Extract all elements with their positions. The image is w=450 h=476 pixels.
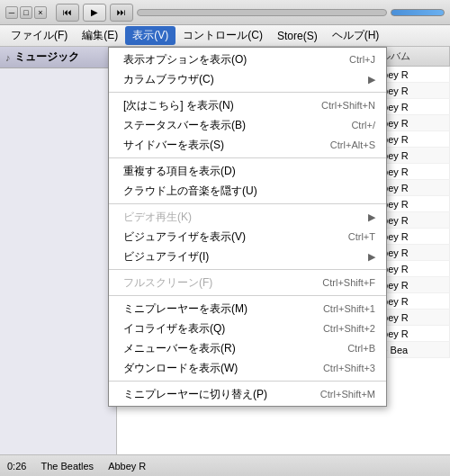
dropdown-item-show-statusbar[interactable]: ステータスバーを表示(B)Ctrl+/ [109, 115, 386, 135]
dropdown-item-shortcut: ▶ [368, 251, 375, 263]
dropdown-item-shortcut: Ctrl+Shift+3 [323, 363, 375, 373]
dropdown-item-show-visualizer[interactable]: ビジュアライザを表示(V)Ctrl+T [109, 227, 386, 247]
dropdown-item-shortcut: ▶ [368, 211, 375, 223]
dropdown-item-show-miniplayer[interactable]: ミニプレーヤーを表示(M)Ctrl+Shift+1 [109, 299, 386, 319]
dropdown-item-shortcut: Ctrl+T [348, 231, 375, 242]
dropdown-item-shortcut: Ctrl+J [349, 54, 375, 65]
play-button[interactable]: ▶ [83, 4, 106, 22]
sidebar-label: ミュージック [14, 49, 79, 65]
dropdown-item-label: [次はこちら] を表示(N) [123, 98, 234, 113]
dropdown-separator [109, 157, 386, 158]
dropdown-item-shortcut: Ctrl+Shift+N [321, 100, 375, 111]
window-controls[interactable]: ─ □ × [5, 6, 47, 19]
dropdown-item-label: イコライザを表示(Q) [123, 321, 225, 337]
dropdown-item-show-sidebar[interactable]: サイドバーを表示(S)Ctrl+Alt+S [109, 135, 386, 155]
dropdown-item-label: フルスクリーン(F) [123, 275, 212, 291]
title-bar: ─ □ × ⏮ ▶ ⏭ [0, 0, 450, 25]
menu-view[interactable]: 表示(V) [125, 26, 176, 45]
dropdown-item-show-duplicates[interactable]: 重複する項目を表示(D) [109, 161, 386, 181]
maximize-button[interactable]: □ [20, 6, 32, 19]
dropdown-item-video-playback: ビデオ再生(K) ▶ [109, 207, 386, 227]
dropdown-item-label: ミニプレーヤーを表示(M) [123, 301, 248, 317]
status-album: Abbey R [108, 461, 146, 472]
dropdown-item-label: カラムブラウザ(C) [123, 72, 214, 87]
dropdown-separator [109, 203, 386, 204]
dropdown-item-label: サイドバーを表示(S) [123, 138, 224, 153]
dropdown-item-label: ダウンロードを表示(W) [123, 361, 238, 376]
dropdown-item-label: 重複する項目を表示(D) [123, 164, 236, 179]
dropdown-item-switch-miniplayer[interactable]: ミニプレーヤーに切り替え(P)Ctrl+Shift+M [109, 384, 386, 404]
menu-help[interactable]: ヘルプ(H) [325, 26, 387, 45]
dropdown-item-label: ビジュアライザ(I) [123, 249, 209, 265]
dropdown-item-label: クラウド上の音楽を隠す(U) [123, 184, 257, 199]
menu-controls[interactable]: コントロール(C) [176, 26, 270, 45]
dropdown-item-label: ミニプレーヤーに切り替え(P) [123, 387, 267, 402]
forward-button[interactable]: ⏭ [110, 4, 133, 22]
dropdown-item-show-downloads[interactable]: ダウンロードを表示(W)Ctrl+Shift+3 [109, 358, 386, 378]
dropdown-item-show-menubar[interactable]: メニューバーを表示(R)Ctrl+B [109, 338, 386, 358]
minimize-button[interactable]: ─ [5, 6, 18, 19]
dropdown-item-shortcut: Ctrl+Shift+1 [323, 303, 375, 314]
dropdown-item-label: 表示オプションを表示(O) [123, 52, 247, 67]
dropdown-separator [109, 92, 386, 93]
sidebar: ♪ ミュージック [0, 47, 117, 454]
dropdown-item-label: メニューバーを表示(R) [123, 341, 236, 356]
dropdown-item-column-browser[interactable]: カラムブラウザ(C) ▶ [109, 69, 386, 89]
menu-store[interactable]: Store(S) [270, 28, 325, 44]
dropdown-item-shortcut: Ctrl+Shift+2 [323, 323, 375, 334]
dropdown-item-label: ビジュアライザを表示(V) [123, 229, 246, 245]
status-time-value: 0:26 [7, 461, 26, 472]
menu-edit[interactable]: 編集(E) [75, 26, 125, 45]
dropdown-item-shortcut: Ctrl+Alt+S [330, 139, 375, 150]
view-dropdown: 表示オプションを表示(O)Ctrl+Jカラムブラウザ(C) ▶[次はこちら] を… [108, 47, 387, 407]
dropdown-separator [109, 269, 386, 270]
rewind-button[interactable]: ⏮ [56, 4, 79, 22]
dropdown-item-shortcut: Ctrl+/ [351, 120, 375, 130]
dropdown-separator [109, 381, 386, 382]
music-icon: ♪ [5, 52, 11, 63]
dropdown-item-label: ステータスバーを表示(B) [123, 118, 246, 133]
status-artist: The Beatles [40, 461, 94, 472]
volume-control[interactable] [391, 9, 445, 16]
status-bar: 0:26 The Beatles Abbey R [0, 454, 450, 476]
dropdown-item-shortcut: ▶ [368, 74, 375, 85]
dropdown-item-hide-cloud[interactable]: クラウド上の音楽を隠す(U) [109, 181, 386, 201]
status-now-playing: 0:26 The Beatles Abbey R [7, 461, 443, 472]
progress-bar[interactable] [137, 9, 387, 16]
status-time: 0:26 [7, 461, 26, 472]
transport-controls: ⏮ ▶ ⏭ [56, 4, 445, 22]
dropdown-item-shortcut: Ctrl+Shift+M [320, 389, 375, 400]
dropdown-item-shortcut: Ctrl+Shift+F [322, 277, 375, 288]
dropdown-item-shortcut: Ctrl+B [347, 343, 375, 354]
sidebar-header: ♪ ミュージック [0, 47, 116, 68]
dropdown-item-show-options[interactable]: 表示オプションを表示(O)Ctrl+J [109, 49, 386, 69]
dropdown-item-fullscreen: フルスクリーン(F)Ctrl+Shift+F [109, 273, 386, 292]
status-artist-value: The Beatles [40, 461, 94, 472]
dropdown-item-visualizer[interactable]: ビジュアライザ(I) ▶ [109, 247, 386, 266]
dropdown-item-show-next[interactable]: [次はこちら] を表示(N)Ctrl+Shift+N [109, 95, 386, 115]
menu-bar: ファイル(F) 編集(E) 表示(V) コントロール(C) Store(S) ヘ… [0, 25, 450, 47]
menu-file[interactable]: ファイル(F) [4, 26, 75, 45]
dropdown-item-show-equalizer[interactable]: イコライザを表示(Q)Ctrl+Shift+2 [109, 319, 386, 338]
dropdown-item-label: ビデオ再生(K) [123, 210, 192, 225]
close-button[interactable]: × [34, 6, 47, 19]
status-album-value: Abbey R [108, 461, 146, 472]
dropdown-separator [109, 295, 386, 296]
